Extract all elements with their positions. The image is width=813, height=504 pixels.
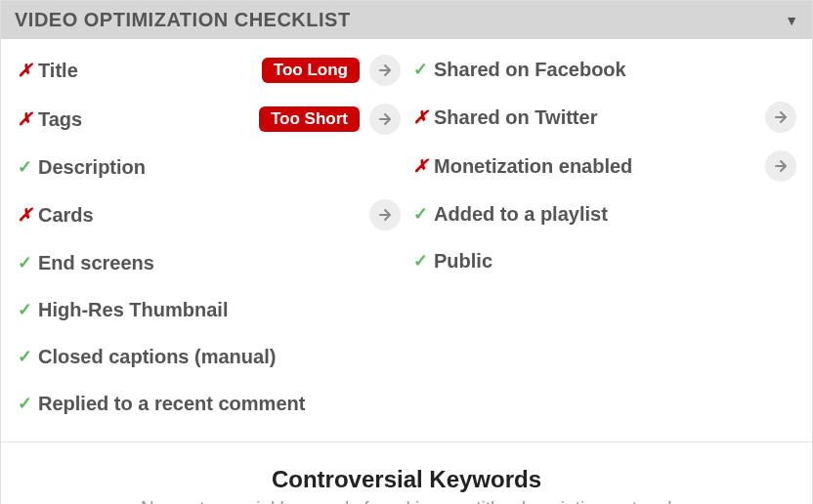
item-label: Title — [38, 60, 262, 82]
arrow-right-icon — [377, 207, 393, 223]
item-label: Shared on Twitter — [434, 106, 765, 129]
checklist-column-right: ✓ Shared on Facebook ✗ Shared on Twitter… — [406, 55, 802, 418]
keywords-subtitle: No controversial keywords found in your … — [11, 497, 802, 504]
cross-icon: ✗ — [11, 108, 38, 130]
status-badge: Too Long — [262, 58, 360, 83]
checklist-item-thumbnail: ✓ High-Res Thumbnail — [11, 295, 406, 324]
checklist-item-facebook: ✓ Shared on Facebook — [406, 55, 802, 84]
check-icon: ✓ — [406, 203, 434, 225]
cross-icon: ✗ — [11, 60, 38, 81]
checklist-item-public: ✓ Public — [406, 246, 802, 275]
arrow-right-icon — [377, 63, 393, 78]
checklist-item-playlist: ✓ Added to a playlist — [406, 199, 802, 229]
arrow-right-icon — [773, 109, 789, 125]
item-label: Closed captions (manual) — [38, 346, 406, 368]
item-label: Description — [38, 156, 406, 179]
check-icon: ✓ — [406, 250, 434, 272]
item-label: End screens — [38, 252, 406, 274]
item-label: Monetization enabled — [434, 155, 765, 178]
check-icon: ✓ — [11, 299, 38, 320]
checklist-item-tags: ✗ Tags Too Short — [11, 104, 406, 135]
panel-header[interactable]: VIDEO OPTIMIZATION CHECKLIST ▼ — [1, 1, 812, 39]
item-label: Replied to a recent comment — [38, 393, 406, 415]
checklist-item-end-screens: ✓ End screens — [11, 248, 406, 277]
panel-title: VIDEO OPTIMIZATION CHECKLIST — [15, 9, 351, 31]
check-icon: ✓ — [11, 252, 38, 273]
arrow-right-icon — [773, 158, 789, 174]
cross-icon: ✗ — [11, 204, 38, 226]
item-label: Cards — [38, 204, 369, 227]
item-label: High-Res Thumbnail — [38, 299, 406, 321]
collapse-caret-icon: ▼ — [785, 13, 798, 28]
checklist-item-captions: ✓ Closed captions (manual) — [11, 342, 406, 371]
status-badge: Too Short — [259, 106, 360, 132]
keywords-title: Controversial Keywords — [11, 466, 802, 493]
check-icon: ✓ — [11, 156, 38, 178]
checklist-item-title: ✗ Title Too Long — [11, 55, 406, 86]
goto-arrow-button[interactable] — [369, 199, 401, 231]
checklist-item-monetization: ✗ Monetization enabled — [406, 150, 802, 182]
checklist-item-twitter: ✗ Shared on Twitter — [406, 102, 802, 133]
video-optimization-panel: VIDEO OPTIMIZATION CHECKLIST ▼ ✗ Title T… — [0, 0, 813, 504]
goto-arrow-button[interactable] — [369, 55, 401, 86]
checklist-item-description: ✓ Description — [11, 152, 406, 182]
check-icon: ✓ — [406, 59, 434, 80]
goto-arrow-button[interactable] — [765, 102, 796, 133]
item-label: Tags — [38, 108, 259, 131]
goto-arrow-button[interactable] — [369, 104, 401, 135]
checklist-item-replied-comment: ✓ Replied to a recent comment — [11, 389, 406, 418]
item-label: Added to a playlist — [434, 203, 802, 226]
cross-icon: ✗ — [406, 155, 434, 177]
check-icon: ✓ — [11, 393, 38, 414]
checklist-column-left: ✗ Title Too Long ✗ Tags Too Short ✓ Desc… — [11, 55, 406, 418]
cross-icon: ✗ — [406, 106, 434, 128]
item-label: Shared on Facebook — [434, 59, 802, 81]
checklist-item-cards: ✗ Cards — [11, 199, 406, 231]
arrow-right-icon — [377, 111, 393, 127]
checklist-body: ✗ Title Too Long ✗ Tags Too Short ✓ Desc… — [1, 39, 812, 441]
check-icon: ✓ — [11, 346, 38, 367]
goto-arrow-button[interactable] — [765, 150, 796, 182]
item-label: Public — [434, 250, 802, 273]
controversial-keywords-section: Controversial Keywords No controversial … — [1, 441, 812, 504]
